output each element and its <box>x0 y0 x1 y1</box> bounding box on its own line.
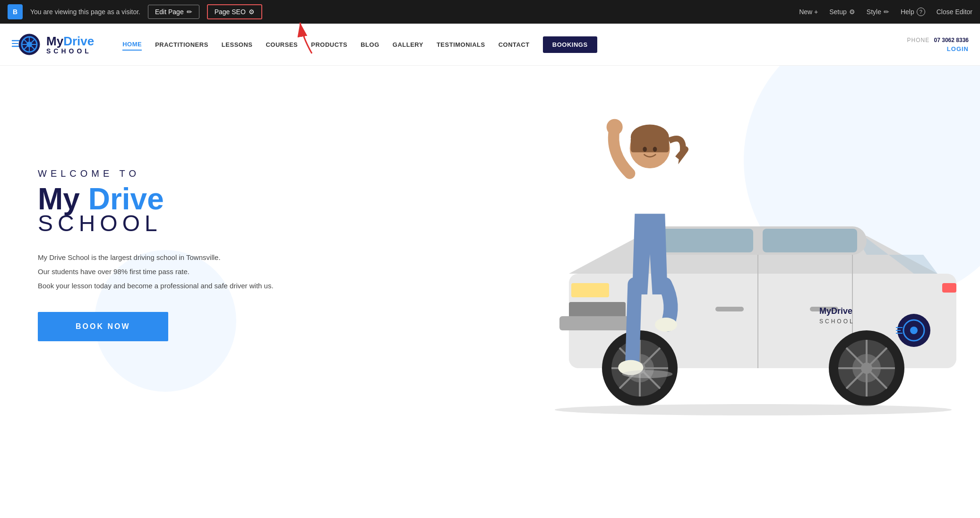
admin-bar: B You are viewing this page as a visitor… <box>0 0 980 24</box>
admin-logo: B <box>8 4 23 19</box>
logo-school: SCHOOL <box>46 48 94 54</box>
edit-page-label: Edit Page <box>155 8 184 16</box>
visitor-text: You are viewing this page as a visitor. <box>30 8 140 16</box>
nav-item-practitioners[interactable]: PRACTITIONERS <box>155 39 208 50</box>
nav-item-bookings[interactable]: BOOKINGS <box>543 36 597 53</box>
logo-drive: Drive <box>63 34 94 48</box>
site-nav: HOME PRACTITIONERS LESSONS COURSES PRODU… <box>122 36 907 53</box>
setup-gear-icon: ⚙ <box>849 8 855 16</box>
nav-item-courses[interactable]: COURSES <box>266 39 298 50</box>
style-button[interactable]: Style ✏ <box>867 8 889 16</box>
new-button[interactable]: New + <box>799 8 818 16</box>
svg-rect-21 <box>763 229 857 252</box>
gear-icon: ⚙ <box>249 8 255 16</box>
hero-image: MyDrive SCHOOL <box>293 94 942 415</box>
nav-item-products[interactable]: PRODUCTS <box>311 39 347 50</box>
help-question-icon: ? <box>917 8 925 16</box>
svg-rect-28 <box>715 307 744 311</box>
svg-point-61 <box>643 147 647 152</box>
hero-desc-3: Book your lesson today and become a prof… <box>38 279 293 293</box>
close-editor-button[interactable]: Close Editor <box>937 8 972 16</box>
nav-item-testimonials[interactable]: TESTIMONIALS <box>437 39 485 50</box>
help-button[interactable]: Help ? <box>901 8 925 16</box>
phone-line: PHONE 07 3062 8336 <box>907 37 969 43</box>
svg-text:SCHOOL: SCHOOL <box>819 318 855 325</box>
hero-desc-2: Our students have over 98% first time pa… <box>38 265 293 279</box>
login-link[interactable]: LOGIN <box>947 45 969 52</box>
setup-button[interactable]: Setup ⚙ <box>829 8 855 16</box>
svg-rect-25 <box>942 283 956 293</box>
admin-bar-right: New + Setup ⚙ Style ✏ Help ? Close Edito… <box>799 8 972 16</box>
hero-content: WELCOME TO My Drive SCHOOL My Drive Scho… <box>38 168 293 341</box>
nav-item-gallery[interactable]: GALLERY <box>393 39 423 50</box>
svg-point-62 <box>653 147 657 152</box>
edit-page-button[interactable]: Edit Page ✏ <box>148 5 199 19</box>
svg-point-48 <box>910 327 918 334</box>
pencil-icon: ✏ <box>187 8 192 16</box>
svg-text:MyDrive: MyDrive <box>819 306 852 316</box>
hero-title: My Drive SCHOOL <box>38 184 293 236</box>
nav-item-blog[interactable]: BLOG <box>361 39 379 50</box>
nav-item-contact[interactable]: CONTACT <box>499 39 530 50</box>
person-illustration <box>583 113 696 415</box>
hero-title-school: SCHOOL <box>38 211 162 236</box>
nav-item-home[interactable]: HOME <box>122 39 142 51</box>
logo-icon <box>11 29 42 60</box>
book-now-button[interactable]: BOOK NOW <box>38 312 168 341</box>
svg-point-58 <box>607 119 623 135</box>
site-logo[interactable]: MyDrive SCHOOL <box>11 29 94 60</box>
logo-my: My <box>46 34 63 48</box>
hero-description: My Drive School is the largest driving s… <box>38 250 293 293</box>
page-seo-label: Page SEO <box>215 8 246 16</box>
hero-welcome: WELCOME TO <box>38 168 293 179</box>
header-right: PHONE 07 3062 8336 LOGIN <box>907 37 969 52</box>
page-seo-button[interactable]: Page SEO ⚙ <box>207 4 262 19</box>
logo-text: MyDrive SCHOOL <box>46 35 94 55</box>
style-pencil-icon: ✏ <box>884 8 889 16</box>
svg-point-60 <box>655 318 677 332</box>
hero-desc-1: My Drive School is the largest driving s… <box>38 250 293 265</box>
site-header: MyDrive SCHOOL HOME PRACTITIONERS LESSON… <box>0 24 980 66</box>
svg-point-63 <box>622 370 673 378</box>
hero-section: WELCOME TO My Drive SCHOOL My Drive Scho… <box>0 66 980 415</box>
nav-item-lessons[interactable]: LESSONS <box>222 39 253 50</box>
phone-label: PHONE <box>907 37 930 43</box>
phone-number: 07 3062 8336 <box>934 37 969 43</box>
svg-rect-57 <box>631 137 669 152</box>
